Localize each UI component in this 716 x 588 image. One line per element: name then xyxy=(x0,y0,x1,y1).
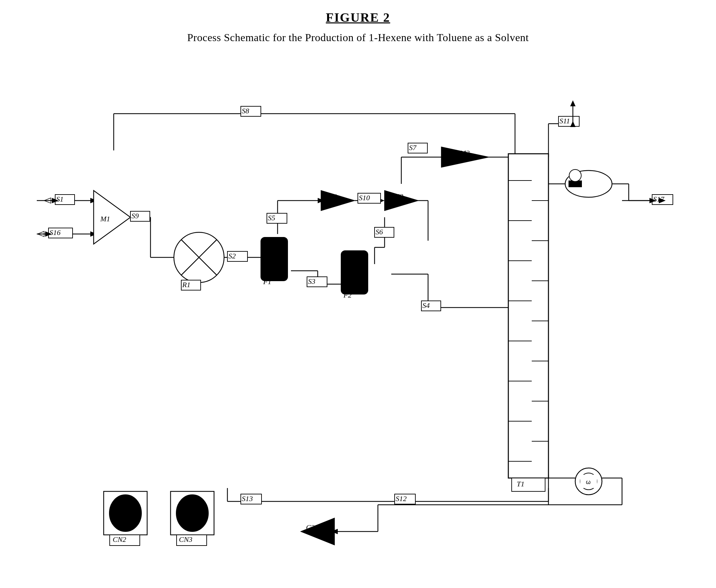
svg-marker-43 xyxy=(94,191,130,244)
svg-text:F1: F1 xyxy=(263,277,271,286)
svg-text:CN3: CN3 xyxy=(179,535,192,544)
svg-text:S6: S6 xyxy=(375,228,383,236)
process-diagram: ω S1 S16 S9 S8 xyxy=(27,57,689,575)
svg-text:M2: M2 xyxy=(459,149,470,157)
svg-text:M1: M1 xyxy=(100,215,110,223)
svg-point-71 xyxy=(569,169,581,182)
svg-text:C3: C3 xyxy=(306,523,315,531)
svg-marker-50 xyxy=(321,191,354,211)
svg-text:S4: S4 xyxy=(422,301,430,310)
svg-text:S12: S12 xyxy=(396,495,407,503)
page: FIGURE 2 Process Schematic for the Produ… xyxy=(0,0,716,588)
svg-point-81 xyxy=(176,495,208,531)
svg-text:C1: C1 xyxy=(329,192,337,201)
svg-text:S5: S5 xyxy=(268,214,275,222)
svg-rect-48 xyxy=(261,237,288,281)
svg-point-78 xyxy=(109,495,141,531)
svg-text:S16: S16 xyxy=(49,228,61,237)
svg-rect-49 xyxy=(341,251,368,294)
svg-text:S7: S7 xyxy=(409,143,417,152)
svg-text:R1: R1 xyxy=(182,280,190,289)
svg-text:S13: S13 xyxy=(242,495,253,503)
svg-text:ω: ω xyxy=(586,479,591,485)
svg-text:CN2: CN2 xyxy=(113,535,126,544)
svg-text:F2: F2 xyxy=(343,291,351,299)
svg-text:T1: T1 xyxy=(517,480,524,488)
svg-text:S9: S9 xyxy=(131,212,139,220)
svg-text:S2: S2 xyxy=(228,252,236,260)
svg-text:C2: C2 xyxy=(395,192,403,201)
figure-subtitle: Process Schematic for the Production of … xyxy=(0,31,716,44)
svg-marker-127 xyxy=(570,100,575,106)
svg-rect-52 xyxy=(508,154,549,478)
svg-text:S11: S11 xyxy=(559,117,570,125)
svg-marker-76 xyxy=(301,518,334,545)
svg-text:S8: S8 xyxy=(242,107,249,115)
figure-title: FIGURE 2 xyxy=(0,0,716,25)
svg-text:S3: S3 xyxy=(308,277,315,286)
svg-text:S1: S1 xyxy=(56,195,64,203)
svg-text:S10: S10 xyxy=(359,193,370,202)
